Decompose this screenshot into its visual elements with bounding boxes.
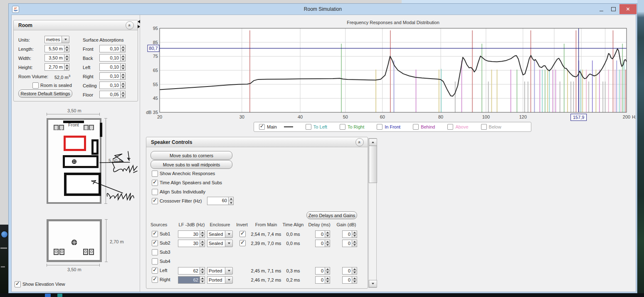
lf-3db-spinner[interactable]: 30	[178, 240, 205, 247]
splitter-collapse-right-icon[interactable]	[138, 25, 140, 28]
speaker-button-1[interactable]: Move subs to wall midpoints	[151, 160, 232, 169]
source-enable-checkbox-sub4[interactable]	[152, 258, 158, 265]
enclosure-combobox[interactable]: Sealed	[207, 230, 233, 238]
absorption-spinner-front[interactable]: 0,10	[99, 45, 126, 52]
units-combobox[interactable]: metres	[44, 36, 69, 43]
splitter-divider[interactable]	[140, 15, 140, 292]
room-panel: Room « Units: metres Length: 5,50 m Widt…	[13, 20, 138, 101]
scrollbar-thumb[interactable]	[369, 146, 377, 183]
listener-position-icon[interactable]	[72, 159, 76, 164]
gain-spinner[interactable]: 0	[342, 230, 357, 238]
lf-3db-spinner[interactable]: 62	[178, 276, 205, 284]
splitter-collapse-left-icon[interactable]	[138, 20, 140, 23]
absorption-spinner-left[interactable]: 0,10	[99, 63, 126, 71]
x-tick-label: 40	[298, 114, 303, 119]
table-header-5: Time Align	[281, 222, 306, 227]
elev-speaker-right-b[interactable]	[89, 249, 94, 255]
speaker-option-checkbox-2[interactable]	[152, 189, 158, 195]
absorption-spinner-ceiling[interactable]: 0,10	[99, 82, 126, 89]
gain-spinner[interactable]: 0	[342, 267, 357, 275]
cursor-x-label: 157,9	[573, 115, 585, 120]
top-view-length-dim: 5,50 m	[109, 158, 123, 163]
delay-spinner[interactable]: 0	[315, 267, 330, 275]
source-enable-checkbox-sub2[interactable]	[152, 240, 158, 246]
scroll-down-icon[interactable]	[369, 280, 377, 287]
speaker-left-b[interactable]	[59, 125, 64, 130]
absorption-spinner-back[interactable]: 0,10	[99, 54, 126, 62]
room-sealed-checkbox[interactable]	[32, 82, 39, 89]
taskbar-icon[interactable]	[45, 294, 51, 297]
selected-object-rect[interactable]	[64, 136, 86, 151]
absorption-spinner-right[interactable]: 0,10	[99, 72, 126, 80]
vertical-scrollbar[interactable]	[368, 138, 377, 288]
maximize-button[interactable]	[607, 4, 619, 14]
speaker-button-0[interactable]: Move subs to corners	[151, 151, 232, 160]
close-button[interactable]: ✕	[619, 4, 637, 14]
surface-absorptions-title: Surface Absorptions	[83, 37, 123, 42]
collapse-panel-icon[interactable]: «	[126, 21, 134, 30]
gain-spinner[interactable]: 0	[342, 276, 357, 284]
absorption-label-left: Left	[83, 65, 90, 70]
elev-speaker-left-a[interactable]	[54, 249, 59, 255]
scroll-up-icon[interactable]	[369, 139, 377, 146]
speaker-option-label-2: Align Subs Individually	[160, 189, 205, 194]
enclosure-combobox[interactable]: Ported	[207, 276, 233, 284]
source-enable-checkbox-left[interactable]	[152, 267, 158, 274]
delay-spinner[interactable]: 0	[315, 230, 330, 238]
absorption-spinner-floor[interactable]: 0,05	[99, 91, 126, 98]
taskbar-icon2[interactable]	[57, 294, 62, 297]
source-enable-checkbox-right[interactable]	[152, 277, 158, 283]
speaker-panel-body: 60 Zero Delays and Gains SourcesLF -3dB …	[146, 147, 368, 288]
furniture-small-rect[interactable]	[91, 139, 99, 155]
speaker-option-checkbox-3[interactable]	[152, 198, 158, 204]
invert-checkbox[interactable]	[239, 240, 246, 246]
lf-3db-spinner[interactable]: 62	[178, 267, 205, 275]
legend-label: Main	[267, 124, 277, 129]
chart-plot[interactable]: 958575655545dB 35203040506080100120200Hz…	[144, 17, 636, 132]
enclosure-combobox[interactable]: Sealed	[207, 240, 233, 247]
titlebar[interactable]: Room Simulation ✕	[9, 4, 637, 15]
desktop-app-icon[interactable]	[1, 231, 7, 238]
sofa-rect[interactable]	[63, 155, 99, 168]
legend-checkbox-4[interactable]	[413, 124, 419, 130]
gain-spinner[interactable]: 0	[342, 240, 357, 247]
legend-item-below: Below	[481, 124, 501, 130]
listener-head-icon[interactable]	[72, 240, 77, 245]
wall-object-bar[interactable]	[100, 123, 102, 137]
restore-defaults-button[interactable]: Restore Default Settings	[18, 89, 72, 98]
room-volume-value: 52,0 m3	[54, 74, 70, 80]
legend-checkbox-6[interactable]	[481, 124, 487, 130]
source-enable-checkbox-sub3[interactable]	[152, 249, 158, 255]
table-header-4: From Main	[246, 222, 286, 227]
length-spinner[interactable]: 5,50 m	[44, 45, 69, 52]
y-tick-label: 85	[153, 40, 158, 45]
width-spinner[interactable]: 3,50 m	[44, 54, 69, 62]
enclosure-combobox[interactable]: Ported	[207, 267, 233, 275]
invert-checkbox[interactable]	[239, 231, 246, 237]
legend-checkbox-5[interactable]	[447, 124, 453, 130]
absorption-label-floor: Floor	[83, 92, 93, 97]
source-enable-checkbox-sub1[interactable]	[152, 231, 158, 237]
collapse-speaker-panel-icon[interactable]: «	[355, 138, 364, 146]
show-elevation-checkbox[interactable]	[15, 281, 21, 287]
speaker-option-checkbox-1[interactable]	[152, 180, 158, 186]
minimize-button[interactable]	[595, 4, 607, 14]
legend-checkbox-3[interactable]	[377, 124, 382, 130]
bed-rect[interactable]	[64, 173, 101, 196]
height-spinner[interactable]: 2,70 m	[44, 63, 69, 71]
crossover-spinner[interactable]: 60	[207, 197, 234, 205]
zero-delays-gains-button[interactable]: Zero Delays and Gains	[306, 211, 357, 219]
speaker-option-label-3: Crossover Filter (Hz)	[160, 198, 202, 203]
elev-speaker-right-a[interactable]	[83, 249, 88, 255]
legend-checkbox-0[interactable]	[259, 124, 265, 130]
legend-checkbox-2[interactable]	[340, 124, 345, 130]
speaker-option-checkbox-0[interactable]	[152, 171, 158, 177]
legend-checkbox-1[interactable]	[306, 124, 311, 130]
lf-3db-spinner[interactable]: 30	[178, 230, 205, 238]
delay-spinner[interactable]: 0	[315, 240, 330, 247]
delay-spinner[interactable]: 0	[315, 276, 330, 284]
speaker-right-a[interactable]	[84, 125, 89, 130]
speaker-right-b[interactable]	[89, 125, 94, 130]
speaker-left-a[interactable]	[54, 125, 59, 130]
elev-speaker-left-b[interactable]	[59, 249, 64, 255]
